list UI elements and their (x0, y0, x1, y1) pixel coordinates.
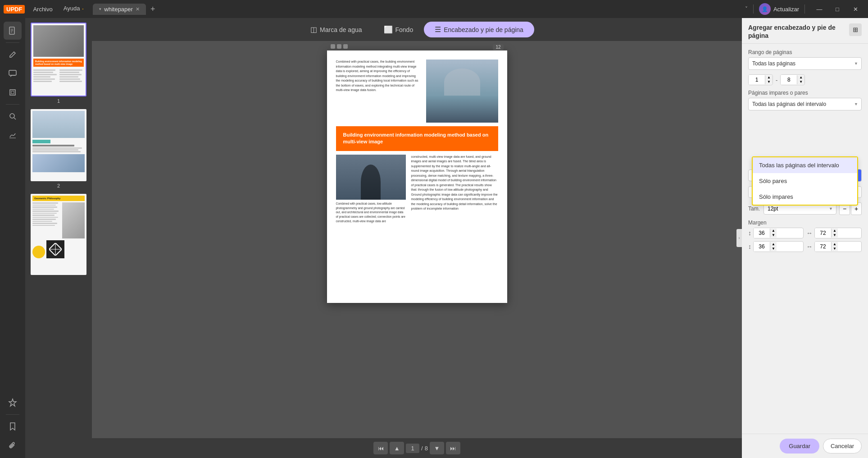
maximize-button[interactable]: □ (828, 0, 846, 18)
all-pages-select[interactable]: Todas las páginas (748, 57, 862, 70)
close-button[interactable]: ✕ (846, 0, 864, 18)
prev-page-button[interactable]: ▲ (390, 442, 404, 454)
cancel-button[interactable]: Cancelar (823, 439, 862, 453)
titlebar: UPDF Archivo Ayuda · ▾ whitepaper ✕ + ˅ … (0, 0, 868, 18)
whitepaper-tab[interactable]: ▾ whitepaper ✕ (93, 4, 146, 15)
panel-icon-button[interactable]: ⊞ (849, 23, 862, 36)
center-area: ◫ Marca de agua ⬜ Fondo ☰ Encabezado y p… (92, 18, 742, 458)
background-label: Fondo (395, 26, 414, 33)
app-logo: UPDF (4, 5, 25, 14)
all-pages-select-wrapper: Todas las páginas (748, 57, 862, 70)
next-page-button[interactable]: ▼ (430, 442, 444, 454)
total-pages: 8 (425, 445, 428, 452)
header-footer-label: Encabezado y pie de página (444, 26, 523, 33)
sidebar-icon-attach[interactable] (4, 436, 22, 454)
margin-left-stepper: ▲ ▼ (831, 242, 838, 251)
thumbnail-page-3[interactable]: Geometric Philosophy (28, 194, 89, 275)
header-footer-icon: ☰ (435, 25, 441, 34)
svg-point-7 (10, 114, 14, 118)
update-label: Actualizar (773, 6, 799, 13)
margin-top-down[interactable]: ▼ (770, 233, 777, 238)
sidebar-icon-file[interactable] (4, 22, 22, 40)
menu-archivo[interactable]: Archivo (28, 4, 57, 14)
margin-right-up[interactable]: ▲ (832, 229, 838, 233)
pdf-right-image (426, 60, 498, 123)
update-button[interactable]: 👤 Actualizar (759, 3, 799, 15)
thumbnail-page-1[interactable]: Building environment information modelin… (28, 23, 89, 104)
page-number-input[interactable] (406, 444, 419, 453)
separator (753, 5, 754, 14)
tab-close-btn[interactable]: ✕ (136, 6, 140, 12)
sidebar-sep-3 (6, 414, 19, 415)
first-page-button[interactable]: ⏮ (373, 442, 388, 454)
range-start-stepper: ▲ ▼ (765, 75, 773, 84)
margin-left-input: ▲ ▼ (814, 241, 862, 252)
pdf-toolbar-icons (331, 44, 348, 49)
margin-bottom-up[interactable]: ▲ (770, 242, 777, 247)
dropdown-item-odd[interactable]: Sólo impares (753, 189, 857, 205)
tab-marca-agua[interactable]: ◫ Marca de agua (300, 22, 373, 37)
margin-top-icon: ↕ (748, 229, 751, 237)
margin-bottom-stepper: ▲ ▼ (770, 242, 777, 251)
sidebar-icon-sign[interactable] (4, 126, 22, 144)
margin-right-down[interactable]: ▼ (832, 233, 838, 238)
sidebar-sep-2 (6, 104, 19, 105)
range-start-down[interactable]: ▼ (765, 80, 773, 84)
thumbnail-page-2[interactable]: 2 (28, 109, 89, 188)
sidebar-icon-layers[interactable] (4, 83, 22, 101)
range-end-up[interactable]: ▲ (797, 75, 804, 80)
panel-collapse-arrow[interactable]: › (736, 229, 742, 247)
sidebar-icon-bookmark[interactable] (4, 417, 22, 435)
menu-ayuda[interactable]: Ayuda · (59, 3, 89, 15)
dropdown-item-all[interactable]: Todas las páginas del intervalo (753, 157, 857, 173)
sidebar-sep-1 (6, 42, 19, 43)
thumb-img-1: Building environment information modelin… (31, 23, 86, 96)
range-end-field[interactable] (781, 75, 797, 85)
range-start-up[interactable]: ▲ (765, 75, 773, 80)
page-separator: / (421, 445, 423, 452)
sidebar-icon-edit[interactable] (4, 46, 22, 64)
right-panel-title: Agregar encabezado y pie de página ⊞ (748, 23, 862, 40)
separator2 (804, 5, 805, 14)
range-start-field[interactable] (749, 75, 765, 85)
titlebar-dropdown-arrow[interactable]: ˅ (745, 6, 748, 12)
thumb2-image (32, 111, 85, 138)
margin-right-item: ↔ ▲ ▼ (806, 228, 862, 238)
margin-left-down[interactable]: ▼ (832, 247, 838, 251)
margin-right-field[interactable] (815, 228, 831, 238)
range-dash: - (776, 77, 777, 83)
add-tab-button[interactable]: + (148, 4, 158, 15)
margin-left-field[interactable] (815, 242, 831, 252)
background-icon: ⬜ (384, 25, 393, 34)
sidebar-icon-search[interactable] (4, 107, 22, 125)
save-button[interactable]: Guardar (780, 439, 819, 453)
margin-top-input: ▲ ▼ (753, 228, 804, 238)
pdf-area[interactable]: 12 Combined with practical cases, the bu… (92, 41, 742, 438)
margin-top-field[interactable] (754, 228, 770, 238)
pdf-bottom-right-text: constructed, multi-view image data are f… (411, 155, 498, 224)
tab-fondo[interactable]: ⬜ Fondo (373, 22, 424, 37)
margin-bottom-field[interactable] (754, 242, 770, 252)
margin-bottom-down[interactable]: ▼ (770, 247, 777, 251)
last-page-button[interactable]: ⏭ (446, 442, 460, 454)
margin-left-up[interactable]: ▲ (832, 242, 838, 247)
dropdown-item-even[interactable]: Sólo pares (753, 173, 857, 189)
right-panel-footer: Guardar Cancelar (742, 434, 868, 458)
page-range-inputs: ▲ ▼ - ▲ ▼ (748, 74, 862, 85)
sidebar-icon-sticker[interactable] (4, 394, 22, 412)
minimize-button[interactable]: — (810, 0, 828, 18)
panel-title-text: Agregar encabezado y pie de página (748, 23, 843, 40)
sidebar-icon-comment[interactable] (4, 64, 22, 82)
tab-encabezado-pie[interactable]: ☰ Encabezado y pie de página (424, 22, 534, 37)
margin-grid: ↕ ▲ ▼ ↔ (748, 228, 862, 252)
pdf-content: Combined with practical cases, the build… (327, 50, 507, 233)
watermark-icon: ◫ (310, 25, 317, 34)
tab-name: whitepaper (104, 6, 133, 13)
odd-even-select[interactable]: Todas las páginas del intervalo Sólo par… (748, 98, 862, 110)
right-panel-body: Rango de páginas Todas las páginas ▲ ▼ - (742, 44, 868, 434)
tab-area: ▾ whitepaper ✕ + (93, 4, 158, 15)
page-range-label: Rango de páginas (748, 49, 862, 55)
svg-marker-10 (9, 399, 16, 406)
range-end-down[interactable]: ▼ (797, 80, 804, 84)
margin-top-up[interactable]: ▲ (770, 229, 777, 233)
